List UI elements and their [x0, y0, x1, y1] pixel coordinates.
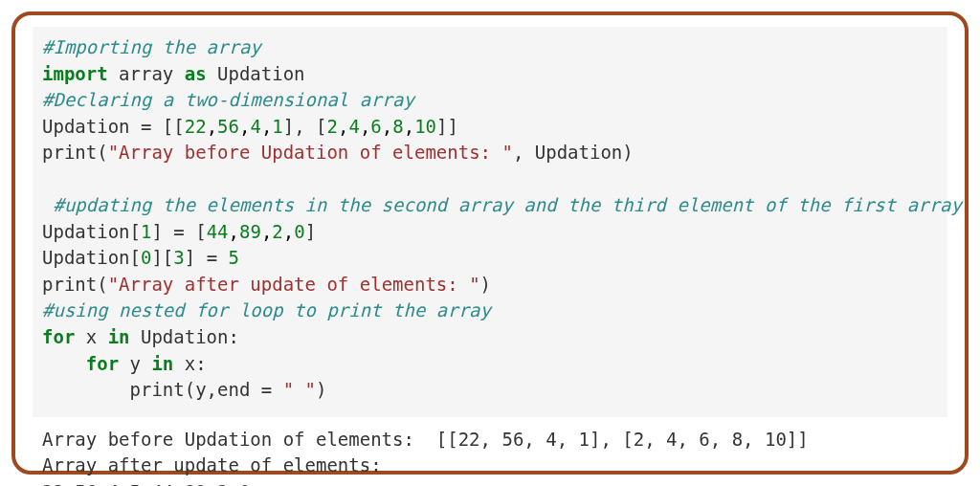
- code-content: #Importing the array import array as Upd…: [42, 34, 938, 404]
- python-code-block: #Importing the array import array as Upd…: [33, 27, 947, 417]
- output-block: Array before Updation of elements: [[22,…: [33, 417, 947, 486]
- output-content: Array before Updation of elements: [[22,…: [42, 427, 938, 486]
- code-snippet-card: # technopreneur THEENGINEERING PROJECTS …: [11, 11, 969, 475]
